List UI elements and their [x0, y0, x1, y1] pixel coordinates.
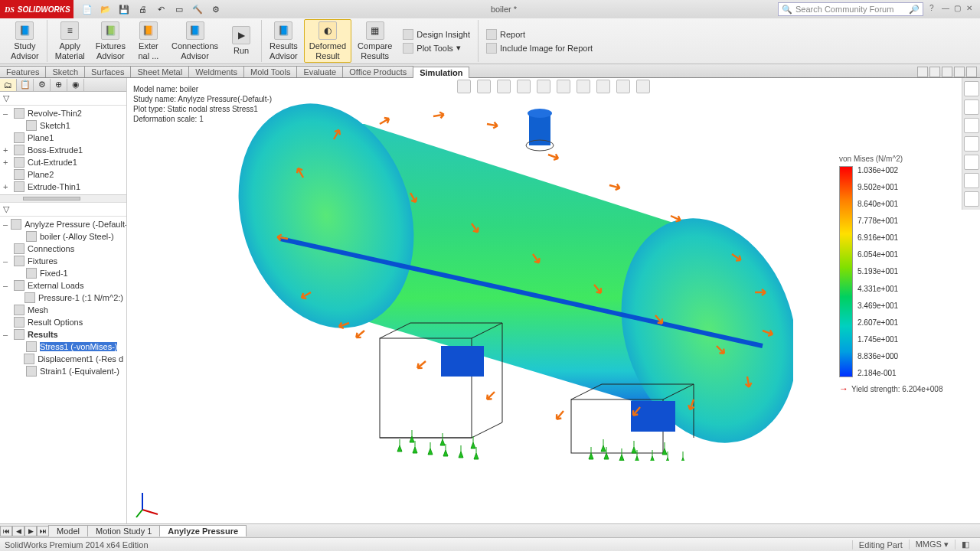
minimize-icon[interactable]: — — [942, 4, 952, 15]
cmd-tab-mold-tools[interactable]: Mold Tools — [243, 66, 297, 77]
tree-node[interactable]: +Boss-Extrude1 — [0, 144, 126, 156]
viewport-split-icon[interactable] — [929, 67, 940, 77]
options-icon[interactable]: ⚙ — [210, 3, 222, 15]
tab-nav-next-icon[interactable]: ▶ — [24, 526, 37, 536]
apply-material-button[interactable]: ≡Apply Material — [51, 20, 90, 61]
file-explorer-icon[interactable] — [964, 118, 979, 133]
fixtures-advisor-button[interactable]: 📗Fixtures Advisor — [91, 20, 130, 61]
view-tab-model[interactable]: Model — [48, 525, 88, 536]
edit-appearance-icon[interactable] — [596, 80, 610, 93]
design-insight-button[interactable]: Design Insight — [400, 28, 473, 41]
tree-node[interactable]: Pressure-1 (:1 N/m^2:) — [0, 292, 126, 304]
cmd-tab-simulation[interactable]: Simulation — [413, 67, 469, 78]
fm-tab-config-mgr[interactable]: ⚙ — [34, 79, 51, 91]
status-extra-icon[interactable]: ◧ — [955, 540, 975, 549]
tree-node[interactable]: +Extrude-Thin1 — [0, 181, 126, 193]
plot-tools-button[interactable]: Plot Tools ▾ — [400, 42, 473, 54]
save-icon[interactable]: 💾 — [118, 3, 130, 15]
color-legend[interactable]: von Mises (N/m^2) 1.036e+0029.502e+0018.… — [839, 155, 962, 394]
tree-node[interactable]: –Anylyze Pressure (-Default-) — [0, 218, 126, 230]
tree-node[interactable]: Sketch1 — [0, 119, 126, 132]
print-icon[interactable]: 🖨 — [136, 3, 149, 15]
tree-node[interactable]: Mesh — [0, 304, 126, 316]
orientation-triad[interactable] — [133, 488, 164, 519]
tree-node[interactable]: –Fixtures — [0, 255, 126, 267]
tree-node[interactable]: –External Loads — [0, 279, 126, 292]
deformed-result-button[interactable]: ◐Deformed Result — [304, 19, 351, 62]
filter-icon[interactable]: ▽ — [3, 93, 9, 103]
tab-nav-first-icon[interactable]: ⏮ — [0, 526, 12, 536]
rebuild-icon[interactable]: 🔨 — [191, 3, 204, 15]
tree-node[interactable]: Displacement1 (-Res d — [0, 353, 126, 365]
zoom-area-icon[interactable] — [477, 80, 491, 93]
display-style-icon[interactable] — [557, 80, 570, 93]
fm-tab-feature-tree[interactable]: 🗂 — [0, 79, 17, 91]
tab-nav-last-icon[interactable]: ⏭ — [37, 526, 49, 536]
graphics-viewport[interactable]: Model name: boiler Study name: Anylyze P… — [127, 78, 980, 523]
view-palette-icon[interactable] — [964, 136, 979, 152]
cmd-tab-sheet-metal[interactable]: Sheet Metal — [130, 66, 189, 77]
select-icon[interactable]: ▭ — [173, 3, 185, 15]
apply-scene-icon[interactable] — [616, 80, 630, 93]
tree-node[interactable]: Stress1 (-vonMises-) — [0, 341, 126, 353]
help-icon[interactable]: ? — [929, 4, 940, 15]
tree-node[interactable]: –Results — [0, 328, 126, 341]
result-options-icon — [14, 317, 24, 328]
open-icon[interactable]: 📂 — [100, 3, 112, 15]
view-tab-anylyze-pressure[interactable]: Anylyze Pressure — [159, 525, 247, 536]
window-maximize-icon[interactable] — [954, 67, 965, 77]
maximize-icon[interactable]: ▢ — [954, 4, 965, 15]
external-loads-button[interactable]: 📙Exter nal ... — [132, 20, 165, 61]
tree-node[interactable]: Fixed-1 — [0, 267, 126, 279]
tree-node[interactable]: Plane1 — [0, 132, 126, 144]
cmd-tab-sketch[interactable]: Sketch — [45, 66, 85, 77]
fm-tab-dimxpert[interactable]: ⊕ — [51, 79, 67, 91]
view-tab-motion-study-1[interactable]: Motion Study 1 — [87, 525, 160, 536]
filter-icon[interactable]: ▽ — [3, 204, 9, 214]
tree-node-label: Anylyze Pressure (-Default-) — [24, 220, 126, 229]
include-image-button[interactable]: Include Image for Report — [483, 42, 596, 54]
connections-advisor-button[interactable]: 📘Connections Advisor — [167, 20, 223, 61]
new-icon[interactable]: 📄 — [81, 3, 93, 15]
view-settings-icon[interactable] — [636, 80, 650, 93]
status-units[interactable]: MMGS ▾ — [909, 540, 955, 549]
hide-show-icon[interactable] — [577, 80, 590, 93]
compare-results-button[interactable]: ▦Compare Results — [353, 20, 397, 61]
undo-icon[interactable]: ↶ — [155, 3, 167, 15]
simulation-pane-icon[interactable] — [964, 191, 979, 207]
tree-node[interactable]: +Cut-Extrude1 — [0, 156, 126, 168]
window-minimize-icon[interactable] — [942, 67, 952, 77]
tree-node[interactable]: boiler (-Alloy Steel-) — [0, 230, 126, 243]
section-view-icon[interactable] — [517, 80, 531, 93]
cmd-tab-office-products[interactable]: Office Products — [342, 66, 413, 77]
report-button[interactable]: Report — [483, 28, 596, 41]
appearances-icon[interactable] — [964, 155, 979, 170]
tree-node[interactable]: –Revolve-Thin2 — [0, 107, 126, 119]
plane-icon — [14, 169, 24, 180]
tab-nav-prev-icon[interactable]: ◀ — [12, 526, 24, 536]
zoom-fit-icon[interactable] — [457, 80, 471, 93]
design-library-icon[interactable] — [964, 99, 979, 115]
cmd-tab-weldments[interactable]: Weldments — [188, 66, 244, 77]
close-icon[interactable]: ✕ — [966, 4, 977, 15]
viewport-single-icon[interactable] — [917, 67, 928, 77]
tree-node[interactable]: Strain1 (-Equivalent-) — [0, 365, 126, 377]
run-button[interactable]: ▶Run — [224, 24, 258, 57]
cmd-tab-features[interactable]: Features — [0, 66, 46, 77]
study-advisor-button[interactable]: 📘Study Advisor — [6, 20, 44, 61]
window-close-icon[interactable] — [966, 67, 977, 77]
custom-props-icon[interactable] — [964, 173, 979, 188]
fm-tab-display-mgr[interactable]: ◉ — [67, 79, 84, 91]
cmd-tab-surfaces[interactable]: Surfaces — [84, 66, 131, 77]
results-advisor-button[interactable]: 📘Results Advisor — [265, 20, 302, 61]
view-orientation-icon[interactable] — [537, 80, 550, 93]
tree-node[interactable]: Plane2 — [0, 168, 126, 181]
tree-node[interactable]: Result Options — [0, 316, 126, 328]
resources-tab-icon[interactable] — [964, 81, 979, 96]
cmd-tab-evaluate[interactable]: Evaluate — [296, 66, 343, 77]
fm-tab-property-mgr[interactable]: 📋 — [17, 79, 34, 91]
tree-scrollbar[interactable] — [0, 194, 126, 202]
search-input[interactable]: 🔍 Search Community Forum 🔎 — [778, 2, 923, 16]
tree-node[interactable]: Connections — [0, 243, 126, 255]
previous-view-icon[interactable] — [497, 80, 511, 93]
